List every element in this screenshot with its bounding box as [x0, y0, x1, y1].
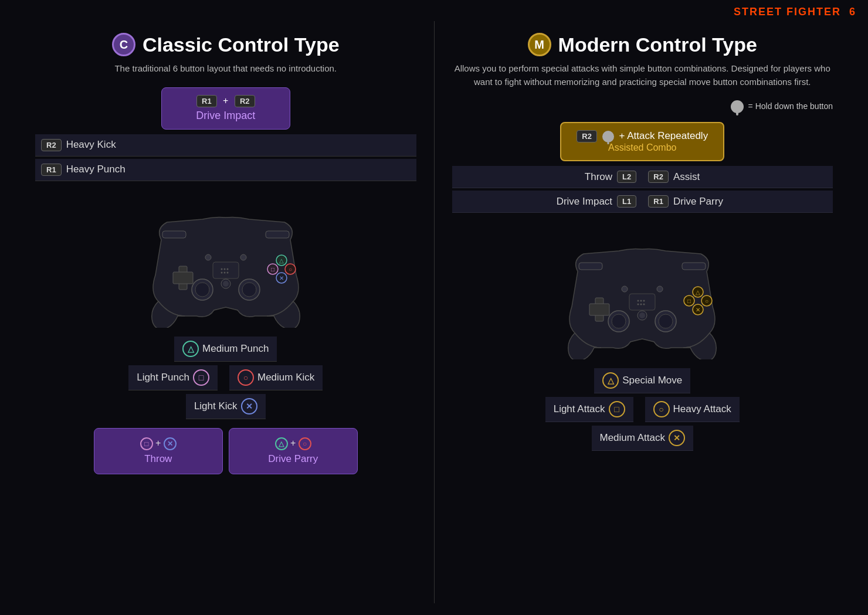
brand-logo: STREET FIGHTER 6	[734, 6, 856, 18]
drive-parry-row: R1 Drive Parry	[642, 191, 833, 213]
modern-face-buttons: △ Special Move Light Attack □ ○ Heavy At…	[452, 368, 833, 451]
modern-panel: M Modern Control Type Allows you to perf…	[435, 21, 851, 603]
throw-label: Throw	[109, 453, 208, 465]
svg-text:○: ○	[705, 298, 708, 304]
triangle-label: Medium Punch	[202, 343, 269, 355]
top-bar: STREET FIGHTER 6	[0, 0, 868, 21]
classic-bottom-combos: □ + ✕ Throw △ + ○ Drive Parry	[35, 428, 416, 474]
svg-point-3	[195, 283, 209, 297]
svg-point-22	[223, 268, 225, 270]
modern-circle-item: ○ Heavy Attack	[645, 397, 740, 422]
classic-top-combo: R1 + R2 Drive Impact	[161, 87, 290, 130]
svg-point-49	[640, 300, 642, 302]
classic-panel: C Classic Control Type The traditional 6…	[18, 21, 435, 603]
triangle-btn: △	[182, 341, 199, 357]
modern-controller: △ □ ○ ✕	[542, 225, 742, 359]
modern-triangle-item: △ Special Move	[594, 368, 690, 393]
svg-point-45	[622, 286, 628, 292]
modern-title-text: Modern Control Type	[558, 33, 757, 56]
classic-badge: C	[112, 33, 135, 56]
svg-text:○: ○	[289, 266, 292, 273]
svg-point-44	[657, 286, 663, 292]
classic-controller-svg: △ □ ○ ✕	[126, 193, 326, 328]
svg-rect-14	[213, 262, 239, 278]
svg-text:△: △	[696, 289, 700, 295]
svg-rect-20	[266, 231, 289, 238]
main-content: C Classic Control Type The traditional 6…	[0, 21, 868, 615]
square-circle-row: Light Punch □ ○ Medium Kick	[35, 365, 416, 390]
cross-row: Light Kick ✕	[35, 394, 416, 419]
svg-point-53	[643, 304, 645, 305]
svg-point-51	[638, 304, 639, 305]
svg-rect-19	[162, 231, 186, 238]
svg-point-32	[659, 314, 673, 328]
classic-shoulder-rows: R2 Heavy Kick R1 Heavy Punch	[35, 134, 416, 181]
svg-point-17	[240, 254, 246, 260]
svg-point-52	[640, 304, 642, 305]
modern-left-col: Throw L2 Drive Impact L1	[452, 166, 643, 213]
brand-name: STREET FIGHTER	[734, 6, 841, 18]
svg-text:□: □	[687, 298, 691, 304]
modern-combo-line1: R2 + Attack Repeatedly	[573, 130, 711, 142]
modern-circle-btn: ○	[653, 401, 670, 417]
circle-label: Medium Kick	[257, 372, 314, 383]
square-btn: □	[193, 369, 209, 386]
modern-triangle-label: Special Move	[622, 375, 682, 386]
drive-impact-row: Drive Impact L1	[452, 191, 643, 213]
classic-title-text: Classic Control Type	[143, 33, 340, 56]
modern-square-btn: □	[609, 401, 625, 417]
triangle-row: △ Medium Punch	[35, 337, 416, 362]
classic-r2-row: R2 Heavy Kick	[35, 134, 416, 157]
modern-subtitle: Allows you to perform special attacks wi…	[452, 62, 833, 89]
svg-point-18	[205, 254, 211, 260]
svg-point-24	[221, 271, 222, 273]
hold-note: = Hold down the button	[452, 100, 833, 113]
modern-cross-item: Medium Attack ✕	[592, 426, 694, 451]
modern-title: M Modern Control Type	[528, 33, 757, 56]
drive-parry-combo: △ + ○ Drive Parry	[229, 428, 358, 474]
svg-point-26	[226, 271, 228, 273]
modern-square-label: Light Attack	[554, 403, 605, 415]
svg-rect-41	[629, 294, 655, 310]
throw-combo: □ + ✕ Throw	[94, 428, 223, 474]
svg-rect-28	[589, 304, 609, 315]
circle-item: ○ Medium Kick	[229, 365, 323, 390]
brand-icon: 6	[849, 6, 856, 18]
triangle-item: △ Medium Punch	[174, 337, 277, 362]
modern-square-item: Light Attack □	[545, 397, 633, 422]
svg-text:✕: ✕	[279, 275, 284, 281]
classic-combo-keys: R1 + R2	[179, 95, 272, 107]
classic-face-buttons: △ Medium Punch Light Punch □ ○ Medium Ki…	[35, 337, 416, 419]
square-item: Light Punch □	[128, 365, 218, 390]
svg-point-50	[643, 300, 645, 302]
svg-point-5	[242, 283, 256, 297]
square-label: Light Punch	[137, 372, 189, 383]
modern-controller-svg: △ □ ○ ✕	[542, 225, 742, 359]
assist-row: R2 Assist	[642, 166, 833, 188]
modern-top-combo: R2 + Attack Repeatedly Assisted Combo	[560, 122, 724, 161]
cross-item: Light Kick ✕	[186, 394, 266, 419]
svg-point-30	[612, 314, 626, 328]
svg-point-21	[221, 268, 222, 270]
modern-circle-label: Heavy Attack	[673, 403, 731, 415]
svg-text:✕: ✕	[696, 307, 700, 313]
svg-rect-46	[579, 263, 602, 270]
modern-cross-label: Medium Attack	[600, 432, 666, 444]
svg-point-25	[223, 271, 225, 273]
classic-controller: △ □ ○ ✕	[126, 193, 326, 328]
svg-rect-1	[173, 272, 193, 284]
svg-rect-47	[682, 263, 706, 270]
svg-point-43	[639, 312, 645, 318]
modern-triangle-btn: △	[602, 372, 619, 389]
modern-cross-btn: ✕	[669, 430, 685, 446]
drive-parry-keys: △ + ○	[244, 437, 343, 450]
svg-point-16	[223, 281, 229, 287]
cross-label: Light Kick	[194, 400, 238, 412]
cross-btn: ✕	[241, 398, 257, 414]
classic-subtitle: The traditional 6 button layout that nee…	[114, 62, 337, 76]
throw-keys: □ + ✕	[109, 437, 208, 450]
classic-title: C Classic Control Type	[112, 33, 340, 56]
svg-point-48	[638, 300, 639, 302]
svg-text:□: □	[271, 266, 274, 273]
svg-text:△: △	[279, 257, 284, 264]
